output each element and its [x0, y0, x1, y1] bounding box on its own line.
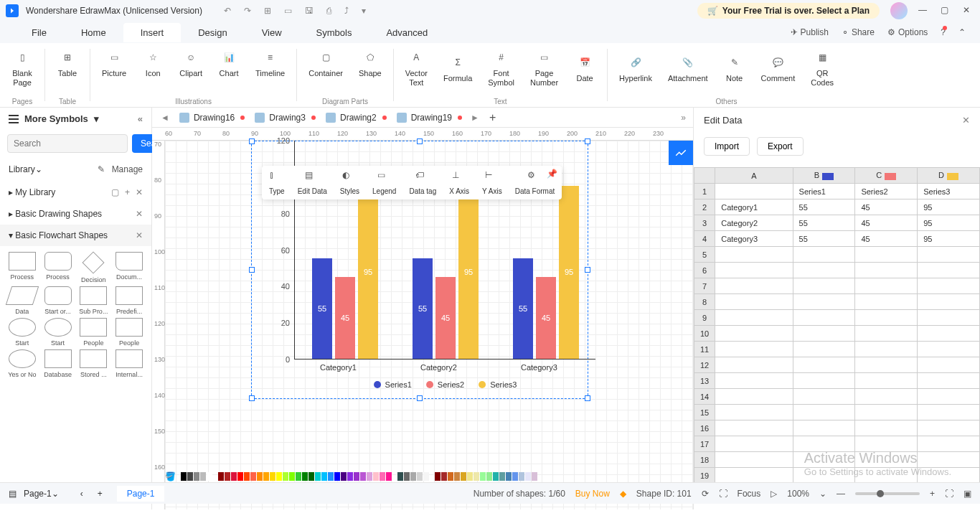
redo-icon[interactable]: ↷	[244, 6, 251, 16]
color-swatch[interactable]	[308, 472, 314, 481]
edit-icon[interactable]: ✎	[98, 164, 105, 174]
color-swatch[interactable]	[283, 472, 288, 481]
color-swatch[interactable]	[250, 472, 256, 481]
color-swatch[interactable]	[321, 472, 327, 481]
chevron-down-icon[interactable]: ⌄	[52, 489, 59, 499]
ribbon-chart[interactable]: 📊Chart	[212, 46, 245, 81]
color-swatch[interactable]	[417, 472, 423, 481]
bar-Category2-Series1[interactable]: 55	[413, 258, 433, 359]
ribbon-timeline[interactable]: ≡Timeline	[250, 46, 291, 81]
add-page-icon[interactable]: +	[98, 489, 103, 499]
chevron-down-icon[interactable]: ⌄	[819, 489, 826, 499]
import-button[interactable]: Import	[704, 137, 750, 156]
bar-Category3-Series2[interactable]: 45	[536, 277, 556, 359]
buy-now-link[interactable]: Buy Now	[575, 489, 610, 499]
chart-tool-edit-data[interactable]: ▤Edit Data	[298, 170, 327, 195]
basic-flowchart-section[interactable]: ▾ Basic Flowchart Shapes ✕	[0, 225, 151, 246]
tab-drawing3[interactable]: Drawing3	[249, 110, 320, 126]
tab-add-icon[interactable]: +	[484, 111, 501, 124]
new-icon[interactable]: ⊞	[264, 6, 271, 16]
manage-link[interactable]: Manage	[112, 164, 143, 174]
undo-icon[interactable]: ↶	[224, 6, 231, 16]
color-swatch[interactable]	[289, 472, 295, 481]
chart-tool-legend[interactable]: ▭Legend	[372, 170, 396, 195]
bar-Category3-Series3[interactable]: 95	[559, 186, 579, 359]
play-icon[interactable]: ▷	[771, 489, 777, 499]
shape-stored[interactable]: Stored ...	[77, 349, 110, 378]
box-icon[interactable]: ▢	[111, 187, 119, 197]
ribbon-vector-text[interactable]: AVectorText	[400, 46, 433, 90]
color-swatch[interactable]	[315, 472, 321, 481]
shape-subpro[interactable]: Sub Pro...	[77, 286, 110, 315]
menu-symbols[interactable]: Symbols	[299, 23, 369, 42]
close-section-icon[interactable]: ✕	[136, 230, 143, 240]
shape-people[interactable]: People	[113, 318, 146, 347]
shape-predefi[interactable]: Predefi...	[113, 286, 146, 315]
color-swatch[interactable]	[480, 472, 486, 481]
menu-file[interactable]: File	[14, 23, 64, 42]
color-swatch[interactable]	[519, 472, 524, 481]
canvas-grid[interactable]: 📌 ⫿Type▤Edit Data◐Styles▭Legend🏷Data tag…	[165, 141, 693, 509]
shape-start[interactable]: Start	[6, 318, 39, 347]
page-list-icon[interactable]: ▤	[9, 489, 17, 499]
bar-Category1-Series3[interactable]: 95	[358, 186, 378, 359]
color-swatch[interactable]	[296, 472, 301, 481]
collapse-ribbon-icon[interactable]: ⌃	[958, 27, 966, 37]
page-tab[interactable]: Page-1	[117, 486, 165, 502]
ribbon-clipart[interactable]: ☺Clipart	[174, 46, 208, 81]
trial-banner[interactable]: 🛒 Your Free Trial is over. Select a Plan	[697, 3, 880, 19]
color-swatch[interactable]	[486, 472, 492, 481]
color-swatch[interactable]	[334, 472, 340, 481]
color-swatch[interactable]	[397, 472, 403, 481]
ribbon-picture[interactable]: ▭Picture	[96, 46, 132, 81]
basic-drawing-section[interactable]: ▸ Basic Drawing Shapes ✕	[0, 203, 151, 225]
ribbon-page-number[interactable]: ▭PageNumber	[524, 46, 564, 90]
paintbucket-icon[interactable]: 🪣	[165, 471, 176, 481]
color-swatch[interactable]	[525, 472, 531, 481]
bar-Category2-Series3[interactable]: 95	[458, 186, 479, 359]
shape-people[interactable]: People	[77, 318, 110, 347]
menu-view[interactable]: View	[245, 23, 299, 42]
ribbon-comment[interactable]: 💬Comment	[755, 46, 801, 90]
color-swatch[interactable]	[380, 472, 385, 481]
chart-tool-data-tag[interactable]: 🏷Data tag	[409, 170, 436, 195]
ribbon-table[interactable]: ⊞Table	[51, 46, 84, 81]
color-swatch[interactable]	[207, 472, 212, 481]
menu-home[interactable]: Home	[64, 23, 123, 42]
ribbon-qr-codes[interactable]: ▦QRCodes	[805, 46, 839, 90]
color-swatch[interactable]	[181, 472, 187, 481]
color-swatch[interactable]	[473, 472, 479, 481]
color-swatch[interactable]	[441, 472, 447, 481]
color-swatch[interactable]	[218, 472, 224, 481]
ribbon-shape[interactable]: ⬠Shape	[353, 46, 387, 81]
ribbon-font-symbol[interactable]: #FontSymbol	[482, 46, 520, 90]
color-swatch[interactable]	[532, 472, 537, 481]
color-swatch[interactable]	[257, 472, 263, 481]
tab-drawing19[interactable]: Drawing19	[391, 110, 466, 126]
save-icon[interactable]: 🖫	[305, 6, 314, 16]
chart-tool-y-axis[interactable]: ⊢Y Axis	[482, 170, 502, 195]
maximize-icon[interactable]: ▢	[941, 5, 952, 17]
ribbon-icon[interactable]: ☆Icon	[136, 46, 169, 81]
ribbon-attachment[interactable]: 📎Attachment	[662, 46, 714, 90]
more-tabs-icon[interactable]: »	[674, 113, 693, 123]
tab-prev-icon[interactable]: ◄	[156, 113, 174, 123]
print-icon[interactable]: ⎙	[326, 6, 331, 16]
minimize-icon[interactable]: —	[918, 5, 930, 17]
color-swatch[interactable]	[360, 472, 366, 481]
color-swatch[interactable]	[244, 472, 250, 481]
tab-drawing2[interactable]: Drawing2	[320, 110, 391, 126]
color-swatch[interactable]	[512, 472, 518, 481]
chart-panel-toggle[interactable]	[669, 141, 693, 165]
refresh-icon[interactable]: ⟳	[702, 489, 709, 499]
zoom-level[interactable]: 100%	[787, 489, 809, 499]
shape-start[interactable]: Start	[42, 318, 75, 347]
shape-database[interactable]: Database	[42, 349, 75, 378]
pin-icon[interactable]: 📌	[547, 169, 557, 179]
focus-label[interactable]: Focus	[738, 489, 761, 499]
color-swatch[interactable]	[187, 472, 193, 481]
menu-advanced[interactable]: Advanced	[369, 23, 445, 42]
color-swatch[interactable]	[404, 472, 410, 481]
shape-docum[interactable]: Docum...	[113, 252, 146, 283]
shape-yesorno[interactable]: Yes or No	[6, 349, 39, 378]
